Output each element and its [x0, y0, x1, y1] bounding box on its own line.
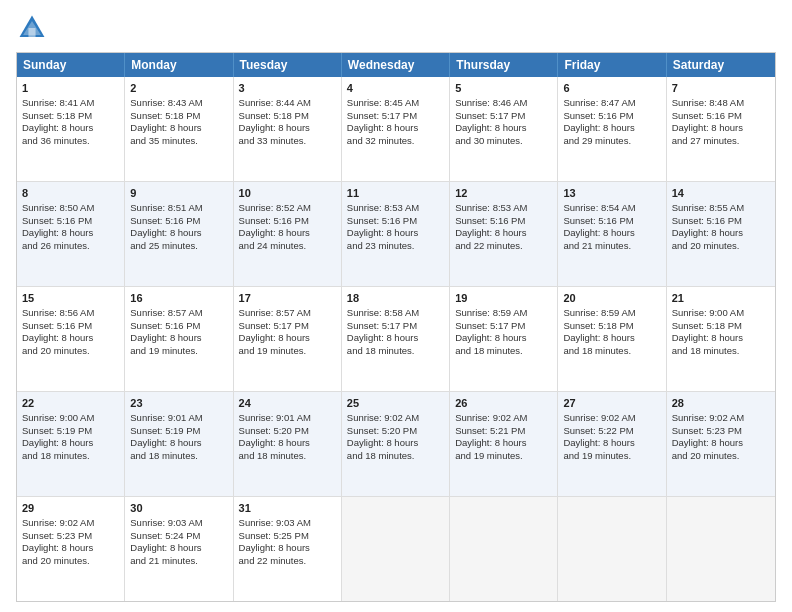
day-info-line: Sunset: 5:16 PM — [672, 110, 770, 123]
day-info-line: Sunrise: 9:02 AM — [563, 412, 660, 425]
day-number: 16 — [130, 291, 227, 306]
day-number: 29 — [22, 501, 119, 516]
day-number: 27 — [563, 396, 660, 411]
day-info-line: Daylight: 8 hours — [239, 332, 336, 345]
day-info-line: and 20 minutes. — [22, 345, 119, 358]
day-number: 3 — [239, 81, 336, 96]
day-info-line: Sunset: 5:20 PM — [239, 425, 336, 438]
svg-rect-2 — [28, 28, 35, 37]
day-info-line: Sunrise: 8:43 AM — [130, 97, 227, 110]
day-number: 30 — [130, 501, 227, 516]
day-number: 25 — [347, 396, 444, 411]
day-info-line: Sunrise: 8:56 AM — [22, 307, 119, 320]
day-info-line: Sunrise: 9:01 AM — [239, 412, 336, 425]
day-number: 23 — [130, 396, 227, 411]
day-info-line: Sunset: 5:21 PM — [455, 425, 552, 438]
day-info-line: Daylight: 8 hours — [22, 122, 119, 135]
day-cell-12: 12Sunrise: 8:53 AMSunset: 5:16 PMDayligh… — [450, 182, 558, 286]
day-info-line: Sunset: 5:18 PM — [130, 110, 227, 123]
day-info-line: Sunrise: 8:50 AM — [22, 202, 119, 215]
day-cell-27: 27Sunrise: 9:02 AMSunset: 5:22 PMDayligh… — [558, 392, 666, 496]
logo-icon — [16, 12, 48, 44]
day-info-line: Daylight: 8 hours — [672, 227, 770, 240]
day-info-line: Sunrise: 8:41 AM — [22, 97, 119, 110]
day-info-line: Sunset: 5:16 PM — [672, 215, 770, 228]
day-info-line: Sunrise: 8:59 AM — [563, 307, 660, 320]
day-info-line: Daylight: 8 hours — [563, 122, 660, 135]
day-info-line: Sunset: 5:17 PM — [239, 320, 336, 333]
day-info-line: Daylight: 8 hours — [672, 437, 770, 450]
day-cell-21: 21Sunrise: 9:00 AMSunset: 5:18 PMDayligh… — [667, 287, 775, 391]
day-info-line: Daylight: 8 hours — [347, 227, 444, 240]
day-info-line: Sunset: 5:16 PM — [130, 215, 227, 228]
day-info-line: and 36 minutes. — [22, 135, 119, 148]
page: SundayMondayTuesdayWednesdayThursdayFrid… — [0, 0, 792, 612]
day-info-line: Sunset: 5:16 PM — [130, 320, 227, 333]
calendar-header: SundayMondayTuesdayWednesdayThursdayFrid… — [17, 53, 775, 77]
day-info-line: and 18 minutes. — [239, 450, 336, 463]
day-info-line: Sunrise: 9:00 AM — [22, 412, 119, 425]
day-info-line: Daylight: 8 hours — [239, 437, 336, 450]
day-info-line: and 24 minutes. — [239, 240, 336, 253]
day-info-line: Sunrise: 8:54 AM — [563, 202, 660, 215]
header-day-wednesday: Wednesday — [342, 53, 450, 77]
day-cell-9: 9Sunrise: 8:51 AMSunset: 5:16 PMDaylight… — [125, 182, 233, 286]
day-number: 14 — [672, 186, 770, 201]
day-cell-10: 10Sunrise: 8:52 AMSunset: 5:16 PMDayligh… — [234, 182, 342, 286]
day-info-line: and 25 minutes. — [130, 240, 227, 253]
day-number: 7 — [672, 81, 770, 96]
day-cell-15: 15Sunrise: 8:56 AMSunset: 5:16 PMDayligh… — [17, 287, 125, 391]
day-info-line: Daylight: 8 hours — [455, 122, 552, 135]
day-info-line: Daylight: 8 hours — [22, 227, 119, 240]
day-number: 22 — [22, 396, 119, 411]
day-cell-8: 8Sunrise: 8:50 AMSunset: 5:16 PMDaylight… — [17, 182, 125, 286]
day-number: 2 — [130, 81, 227, 96]
day-cell-16: 16Sunrise: 8:57 AMSunset: 5:16 PMDayligh… — [125, 287, 233, 391]
calendar-body: 1Sunrise: 8:41 AMSunset: 5:18 PMDaylight… — [17, 77, 775, 601]
day-info-line: Sunrise: 9:02 AM — [22, 517, 119, 530]
day-info-line: Sunset: 5:20 PM — [347, 425, 444, 438]
day-info-line: and 22 minutes. — [239, 555, 336, 568]
day-info-line: Sunset: 5:16 PM — [239, 215, 336, 228]
day-info-line: Sunset: 5:22 PM — [563, 425, 660, 438]
day-number: 31 — [239, 501, 336, 516]
day-number: 15 — [22, 291, 119, 306]
day-info-line: and 20 minutes. — [672, 240, 770, 253]
day-info-line: Sunset: 5:24 PM — [130, 530, 227, 543]
day-info-line: and 23 minutes. — [347, 240, 444, 253]
day-info-line: Daylight: 8 hours — [22, 437, 119, 450]
day-info-line: Daylight: 8 hours — [563, 437, 660, 450]
header-day-sunday: Sunday — [17, 53, 125, 77]
day-info-line: Daylight: 8 hours — [239, 122, 336, 135]
day-cell-7: 7Sunrise: 8:48 AMSunset: 5:16 PMDaylight… — [667, 77, 775, 181]
calendar-row-5: 29Sunrise: 9:02 AMSunset: 5:23 PMDayligh… — [17, 497, 775, 601]
day-number: 21 — [672, 291, 770, 306]
day-info-line: Sunrise: 8:53 AM — [347, 202, 444, 215]
day-info-line: Daylight: 8 hours — [455, 332, 552, 345]
day-cell-25: 25Sunrise: 9:02 AMSunset: 5:20 PMDayligh… — [342, 392, 450, 496]
day-info-line: Daylight: 8 hours — [130, 542, 227, 555]
day-info-line: and 29 minutes. — [563, 135, 660, 148]
day-info-line: and 20 minutes. — [672, 450, 770, 463]
day-number: 19 — [455, 291, 552, 306]
day-number: 28 — [672, 396, 770, 411]
day-info-line: Sunset: 5:16 PM — [22, 215, 119, 228]
calendar-row-1: 1Sunrise: 8:41 AMSunset: 5:18 PMDaylight… — [17, 77, 775, 182]
day-info-line: Sunrise: 8:48 AM — [672, 97, 770, 110]
day-info-line: Sunset: 5:16 PM — [455, 215, 552, 228]
day-info-line: Daylight: 8 hours — [130, 227, 227, 240]
day-info-line: Daylight: 8 hours — [347, 122, 444, 135]
day-number: 10 — [239, 186, 336, 201]
day-info-line: Sunrise: 9:02 AM — [347, 412, 444, 425]
day-info-line: Sunrise: 9:00 AM — [672, 307, 770, 320]
day-info-line: Daylight: 8 hours — [672, 122, 770, 135]
day-info-line: and 19 minutes. — [130, 345, 227, 358]
day-info-line: and 18 minutes. — [672, 345, 770, 358]
day-info-line: Sunrise: 9:01 AM — [130, 412, 227, 425]
day-cell-19: 19Sunrise: 8:59 AMSunset: 5:17 PMDayligh… — [450, 287, 558, 391]
day-info-line: and 19 minutes. — [239, 345, 336, 358]
day-info-line: Sunrise: 8:53 AM — [455, 202, 552, 215]
day-cell-4: 4Sunrise: 8:45 AMSunset: 5:17 PMDaylight… — [342, 77, 450, 181]
day-info-line: and 18 minutes. — [347, 345, 444, 358]
day-info-line: Sunset: 5:23 PM — [22, 530, 119, 543]
